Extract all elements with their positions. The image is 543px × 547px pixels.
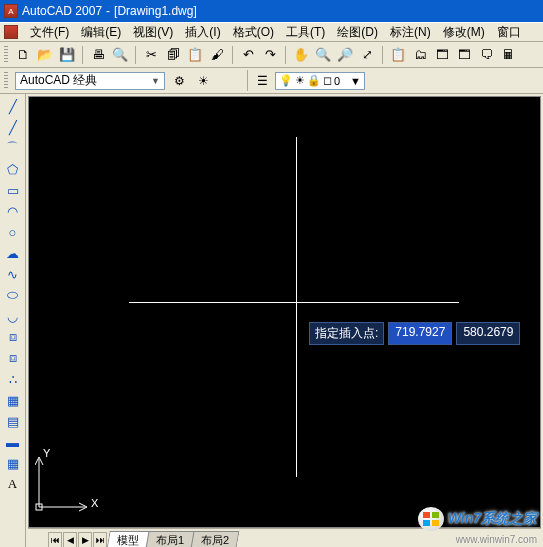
menu-dim[interactable]: 标注(N): [384, 22, 437, 43]
spline-button[interactable]: ∿: [3, 264, 23, 284]
crosshair-horizontal: [129, 302, 459, 303]
copy-button[interactable]: 🗐: [163, 45, 183, 65]
layer-name: 0: [334, 75, 340, 87]
arc-button[interactable]: ◠: [3, 201, 23, 221]
workspace-combo[interactable]: AutoCAD 经典 ▼: [15, 72, 165, 90]
polyline-button[interactable]: ⌒: [3, 138, 23, 158]
match-prop-button[interactable]: 🖌: [207, 45, 227, 65]
ucs-icon: Y X: [35, 447, 95, 517]
toolbar-grip[interactable]: [4, 72, 8, 90]
app-icon: A: [4, 4, 18, 18]
construction-line-button[interactable]: ╱: [3, 117, 23, 137]
undo-button[interactable]: ↶: [238, 45, 258, 65]
cut-button[interactable]: ✂: [141, 45, 161, 65]
chevron-down-icon: ▼: [151, 76, 160, 86]
point-button[interactable]: ∴: [3, 369, 23, 389]
zoom-previous-button[interactable]: ⤢: [357, 45, 377, 65]
sheet-set-button[interactable]: 🗔: [454, 45, 474, 65]
make-block-button[interactable]: ⧈: [3, 348, 23, 368]
coord-x-input[interactable]: 719.7927: [388, 322, 452, 345]
tab-layout2[interactable]: 布局2: [191, 531, 240, 547]
title-sep: -: [106, 4, 110, 18]
menu-tools[interactable]: 工具(T): [280, 22, 331, 43]
redo-button[interactable]: ↷: [260, 45, 280, 65]
plot-preview-button[interactable]: 🔍: [110, 45, 130, 65]
save-button[interactable]: 💾: [57, 45, 77, 65]
layer-combo[interactable]: 💡 ☀ 🔒 ◻ 0 ▼: [275, 72, 365, 90]
insert-block-button[interactable]: ⧈: [3, 327, 23, 347]
revcloud-button[interactable]: ☁: [3, 243, 23, 263]
svg-rect-5: [423, 520, 430, 526]
tool-palettes-button[interactable]: 🗔: [432, 45, 452, 65]
drawing-area[interactable]: 指定插入点: 719.7927 580.2679 Y X: [28, 96, 541, 528]
sep: [232, 46, 233, 64]
windows-flag-icon: [418, 507, 444, 531]
region-button[interactable]: ▬: [3, 432, 23, 452]
dynamic-input: 指定插入点: 719.7927 580.2679: [309, 322, 520, 345]
chevron-down-icon: ▼: [350, 75, 361, 87]
gradient-button[interactable]: ▤: [3, 411, 23, 431]
lock-icon: 🔒: [307, 74, 321, 87]
menu-view[interactable]: 视图(V): [127, 22, 179, 43]
tab-next-button[interactable]: ▶: [78, 532, 92, 547]
svg-rect-3: [423, 512, 430, 518]
line-button[interactable]: ╱: [3, 96, 23, 116]
new-button[interactable]: 🗋: [13, 45, 33, 65]
svg-rect-4: [432, 512, 439, 518]
main-area: ╱ ╱ ⌒ ⬠ ▭ ◠ ○ ☁ ∿ ⬭ ◡ ⧈ ⧈ ∴ ▦ ▤ ▬ ▦ A 指定…: [0, 94, 543, 547]
open-button[interactable]: 📂: [35, 45, 55, 65]
rectangle-button[interactable]: ▭: [3, 180, 23, 200]
zoom-realtime-button[interactable]: 🔍: [313, 45, 333, 65]
doc-title: [Drawing1.dwg]: [114, 4, 197, 18]
ellipse-arc-button[interactable]: ◡: [3, 306, 23, 326]
menu-edit[interactable]: 编辑(E): [75, 22, 127, 43]
prompt-label: 指定插入点:: [309, 322, 384, 345]
menu-draw[interactable]: 绘图(D): [331, 22, 384, 43]
properties-button[interactable]: 📋: [388, 45, 408, 65]
paste-button[interactable]: 📋: [185, 45, 205, 65]
sep: [82, 46, 83, 64]
mtext-button[interactable]: A: [3, 474, 23, 494]
table-button[interactable]: ▦: [3, 453, 23, 473]
circle-button[interactable]: ○: [3, 222, 23, 242]
polygon-button[interactable]: ⬠: [3, 159, 23, 179]
layer-manager-button[interactable]: ☰: [252, 71, 272, 91]
tab-first-button[interactable]: ⏮: [48, 532, 62, 547]
doc-sys-icon[interactable]: [4, 25, 18, 39]
app-title: AutoCAD 2007: [22, 4, 102, 18]
menu-format[interactable]: 格式(O): [227, 22, 280, 43]
tab-prev-button[interactable]: ◀: [63, 532, 77, 547]
watermark: Win7系统之家 www.winwin7.com: [418, 507, 537, 531]
menu-window[interactable]: 窗口: [491, 22, 527, 43]
tab-model[interactable]: 模型: [106, 531, 149, 547]
toolbar-grip[interactable]: [4, 46, 8, 64]
tab-layout1[interactable]: 布局1: [145, 531, 194, 547]
hatch-button[interactable]: ▦: [3, 390, 23, 410]
watermark-url: www.winwin7.com: [456, 534, 537, 545]
zoom-window-button[interactable]: 🔎: [335, 45, 355, 65]
workspace-toolbar: AutoCAD 经典 ▼ ⚙ ☀ ☰ 💡 ☀ 🔒 ◻ 0 ▼: [0, 68, 543, 94]
workspace-settings-button[interactable]: ⚙: [169, 71, 189, 91]
draw-toolbar: ╱ ╱ ⌒ ⬠ ▭ ◠ ○ ☁ ∿ ⬭ ◡ ⧈ ⧈ ∴ ▦ ▤ ▬ ▦ A: [0, 94, 26, 547]
pan-button[interactable]: ✋: [291, 45, 311, 65]
menu-insert[interactable]: 插入(I): [179, 22, 226, 43]
tab-last-button[interactable]: ⏭: [93, 532, 107, 547]
sep: [285, 46, 286, 64]
crosshair-vertical: [296, 137, 297, 477]
svg-rect-6: [432, 520, 439, 526]
markup-button[interactable]: 🗨: [476, 45, 496, 65]
bulb-icon: 💡: [279, 74, 293, 87]
workspace-sun-button[interactable]: ☀: [193, 71, 213, 91]
sun-icon: ☀: [295, 74, 305, 87]
sep: [135, 46, 136, 64]
menu-modify[interactable]: 修改(M): [437, 22, 491, 43]
menu-file[interactable]: 文件(F): [24, 22, 75, 43]
design-center-button[interactable]: 🗂: [410, 45, 430, 65]
coord-y-input[interactable]: 580.2679: [456, 322, 520, 345]
color-swatch-icon: ◻: [323, 74, 332, 87]
sep: [382, 46, 383, 64]
quickcalc-button[interactable]: 🖩: [498, 45, 518, 65]
plot-button[interactable]: 🖶: [88, 45, 108, 65]
watermark-text: Win7系统之家: [448, 510, 537, 528]
ellipse-button[interactable]: ⬭: [3, 285, 23, 305]
